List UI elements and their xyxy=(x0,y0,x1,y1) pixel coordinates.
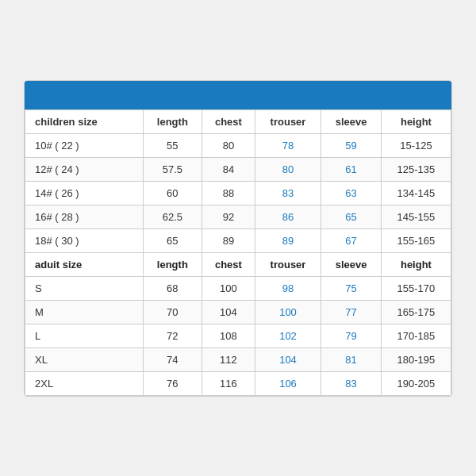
cell-size: 18# ( 30 ) xyxy=(25,228,144,252)
cell-length: 70 xyxy=(143,300,202,324)
adult-col-height: height xyxy=(381,252,451,276)
cell-height: 190-205 xyxy=(381,371,451,395)
adult-col-chest: chest xyxy=(202,252,255,276)
cell-size: S xyxy=(25,276,144,300)
cell-size: 10# ( 22 ) xyxy=(25,133,144,157)
cell-size: 2XL xyxy=(25,371,144,395)
table-body: 10# ( 22 ) 55 80 78 59 15-125 12# ( 24 )… xyxy=(25,133,451,395)
cell-sleeve: 67 xyxy=(321,228,382,252)
table-row: M 70 104 100 77 165-175 xyxy=(25,300,451,324)
cell-length: 60 xyxy=(143,181,202,205)
table-row: 18# ( 30 ) 65 89 89 67 155-165 xyxy=(25,228,451,252)
table-row: 12# ( 24 ) 57.5 84 80 61 125-135 xyxy=(25,157,451,181)
cell-sleeve: 61 xyxy=(321,157,382,181)
col-chest: chest xyxy=(202,109,255,133)
cell-sleeve: 63 xyxy=(321,181,382,205)
cell-chest: 104 xyxy=(202,300,255,324)
size-table: children size length chest trouser sleev… xyxy=(25,109,451,396)
cell-trouser: 83 xyxy=(255,181,321,205)
cell-trouser: 100 xyxy=(255,300,321,324)
title-bar xyxy=(25,81,451,109)
cell-height: 125-135 xyxy=(381,157,451,181)
cell-chest: 92 xyxy=(202,205,255,228)
cell-height: 134-145 xyxy=(381,181,451,205)
cell-chest: 84 xyxy=(202,157,255,181)
table-row: L 72 108 102 79 170-185 xyxy=(25,324,451,347)
adult-col-length: length xyxy=(143,252,202,276)
cell-height: 155-165 xyxy=(381,228,451,252)
cell-trouser: 104 xyxy=(255,347,321,371)
table-row: 16# ( 28 ) 62.5 92 86 65 145-155 xyxy=(25,205,451,228)
table-row: S 68 100 98 75 155-170 xyxy=(25,276,451,300)
cell-trouser: 89 xyxy=(255,228,321,252)
col-length: length xyxy=(143,109,202,133)
cell-length: 62.5 xyxy=(143,205,202,228)
children-header-row: children size length chest trouser sleev… xyxy=(25,109,451,133)
cell-length: 55 xyxy=(143,133,202,157)
cell-trouser: 102 xyxy=(255,324,321,347)
cell-trouser: 106 xyxy=(255,371,321,395)
cell-chest: 116 xyxy=(202,371,255,395)
cell-height: 15-125 xyxy=(381,133,451,157)
cell-chest: 80 xyxy=(202,133,255,157)
cell-sleeve: 75 xyxy=(321,276,382,300)
cell-height: 180-195 xyxy=(381,347,451,371)
adult-col-trouser: trouser xyxy=(255,252,321,276)
adult-col-sleeve: sleeve xyxy=(321,252,382,276)
cell-sleeve: 77 xyxy=(321,300,382,324)
cell-chest: 100 xyxy=(202,276,255,300)
cell-height: 170-185 xyxy=(381,324,451,347)
col-children-size: children size xyxy=(25,109,144,133)
col-sleeve: sleeve xyxy=(321,109,382,133)
cell-size: 16# ( 28 ) xyxy=(25,205,144,228)
col-height: height xyxy=(381,109,451,133)
cell-trouser: 98 xyxy=(255,276,321,300)
cell-trouser: 78 xyxy=(255,133,321,157)
table-row: 2XL 76 116 106 83 190-205 xyxy=(25,371,451,395)
cell-size: 14# ( 26 ) xyxy=(25,181,144,205)
col-trouser: trouser xyxy=(255,109,321,133)
cell-size: L xyxy=(25,324,144,347)
size-selection-card: children size length chest trouser sleev… xyxy=(24,80,452,397)
cell-sleeve: 79 xyxy=(321,324,382,347)
adult-col-aduit-size: aduit size xyxy=(25,252,144,276)
cell-length: 72 xyxy=(143,324,202,347)
cell-length: 68 xyxy=(143,276,202,300)
cell-length: 74 xyxy=(143,347,202,371)
cell-size: 12# ( 24 ) xyxy=(25,157,144,181)
table-row: XL 74 112 104 81 180-195 xyxy=(25,347,451,371)
cell-chest: 88 xyxy=(202,181,255,205)
cell-chest: 108 xyxy=(202,324,255,347)
table-row: 10# ( 22 ) 55 80 78 59 15-125 xyxy=(25,133,451,157)
cell-length: 76 xyxy=(143,371,202,395)
cell-chest: 112 xyxy=(202,347,255,371)
cell-size: XL xyxy=(25,347,144,371)
adult-header-row: aduit sizelengthchesttrousersleeveheight xyxy=(25,252,451,276)
cell-sleeve: 83 xyxy=(321,371,382,395)
cell-trouser: 86 xyxy=(255,205,321,228)
cell-trouser: 80 xyxy=(255,157,321,181)
cell-length: 57.5 xyxy=(143,157,202,181)
cell-size: M xyxy=(25,300,144,324)
cell-height: 155-170 xyxy=(381,276,451,300)
cell-sleeve: 65 xyxy=(321,205,382,228)
cell-height: 165-175 xyxy=(381,300,451,324)
cell-height: 145-155 xyxy=(381,205,451,228)
cell-chest: 89 xyxy=(202,228,255,252)
cell-length: 65 xyxy=(143,228,202,252)
table-row: 14# ( 26 ) 60 88 83 63 134-145 xyxy=(25,181,451,205)
cell-sleeve: 59 xyxy=(321,133,382,157)
cell-sleeve: 81 xyxy=(321,347,382,371)
